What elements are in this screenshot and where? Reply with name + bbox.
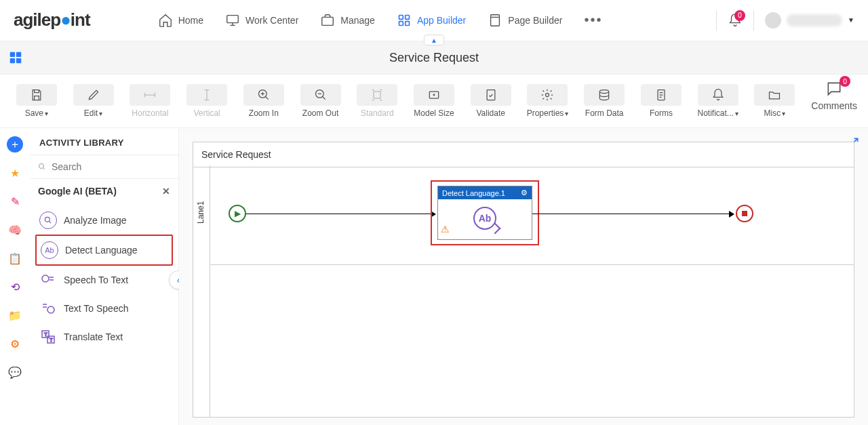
svg-text:T: T (50, 337, 53, 343)
user-menu[interactable]: ▼ (765, 12, 854, 28)
horizontal-icon (130, 84, 170, 106)
edit-button[interactable]: Edit▾ (68, 80, 119, 122)
comments-button[interactable]: 0 Comments (811, 80, 857, 111)
gear-icon (527, 84, 568, 106)
end-node[interactable] (736, 205, 753, 222)
bell-outline-icon (698, 84, 738, 106)
properties-button[interactable]: Properties▾ (522, 80, 574, 122)
validate-icon (471, 84, 511, 106)
edit-rail-icon[interactable]: ✎ (7, 193, 23, 209)
activity-detect-language[interactable]: Ab Detect Language (35, 235, 173, 266)
lane-divider-h (210, 264, 854, 265)
vertical-button[interactable]: Vertical (181, 80, 233, 122)
divider (716, 10, 717, 31)
notifications-button[interactable]: Notificat...▾ (692, 80, 744, 122)
speech-to-text-icon (39, 271, 57, 289)
apps-icon (397, 13, 412, 28)
comments-badge: 0 (840, 76, 850, 87)
flow-connector (532, 214, 733, 214)
activity-speech-to-text[interactable]: Speech To Text (35, 266, 173, 294)
forms-icon (641, 84, 682, 106)
nav-more[interactable]: ••• (584, 12, 602, 28)
toolbar: Save▾ Edit▾ Horizontal Vertical Zoom In … (0, 75, 868, 128)
save-button[interactable]: Save▾ (11, 80, 62, 122)
detect-language-node[interactable]: Detect Language.1 ⚙ ⚠ Ab (437, 186, 532, 240)
translate-icon: TT (39, 328, 57, 346)
lane-divider-v (210, 165, 210, 417)
nav-manage[interactable]: Manage (320, 13, 375, 28)
start-node[interactable]: ▶ (229, 205, 246, 222)
search-row (30, 155, 178, 179)
divider (753, 10, 754, 31)
zoom-in-icon (243, 84, 284, 106)
connector-icon[interactable]: ⚙ (7, 336, 23, 352)
clipboard-icon[interactable]: 📋 (7, 250, 23, 266)
validate-button[interactable]: Validate (465, 80, 517, 122)
vertical-icon (186, 84, 227, 106)
form-data-button[interactable]: Form Data (578, 80, 630, 122)
activity-list: Analyze Image Ab Detect Language Speech … (30, 203, 178, 354)
svg-text:T: T (44, 331, 47, 338)
category-header: Google AI (BETA) ✕ (30, 179, 178, 203)
apps-grid-icon[interactable] (8, 50, 23, 65)
star-icon[interactable]: ★ (7, 165, 23, 181)
gear-small-icon[interactable]: ⚙ (521, 188, 528, 197)
model-size-icon (414, 84, 454, 106)
zoom-in-button[interactable]: Zoom In (238, 80, 290, 122)
process-canvas[interactable]: Service Request Lane1 ▶ Detect Language.… (193, 142, 854, 418)
nav-page-builder-label: Page Builder (508, 15, 562, 26)
activity-library-panel: ACTIVITY LIBRARY Google AI (BETA) ✕ Anal… (30, 128, 179, 425)
nav-work-center[interactable]: Work Center (225, 13, 298, 28)
search-input[interactable] (52, 161, 170, 172)
category-label: Google AI (BETA) (38, 186, 117, 197)
model-size-button[interactable]: Model Size (408, 80, 460, 122)
svg-point-18 (600, 90, 609, 94)
svg-rect-0 (227, 15, 239, 22)
svg-point-22 (42, 275, 49, 282)
analyze-image-icon (39, 211, 57, 229)
close-category[interactable]: ✕ (162, 186, 170, 197)
node-icon: Ab (473, 207, 496, 230)
subheader: ▲ Service Request (0, 41, 868, 75)
folder-rail-icon[interactable]: 📁 (7, 307, 23, 323)
nav-home-label: Home (178, 15, 203, 26)
misc-button[interactable]: Misc▾ (749, 80, 801, 122)
nav-app-builder-label: App Builder (417, 15, 466, 26)
node-header: Detect Language.1 ⚙ (438, 186, 532, 199)
nav-page-builder[interactable]: Page Builder (488, 13, 562, 28)
notifications-bell[interactable]: 0 (728, 13, 743, 28)
arrow-icon (729, 211, 734, 218)
svg-rect-4 (399, 21, 403, 25)
loop-icon[interactable]: ⟲ (7, 279, 23, 295)
activity-analyze-image[interactable]: Analyze Image (35, 206, 173, 235)
collapse-header-btn[interactable]: ▲ (424, 35, 444, 45)
nav-right: 0 ▼ (716, 10, 854, 31)
standard-button[interactable]: Standard (351, 80, 403, 122)
zoom-out-icon (300, 84, 341, 106)
horizontal-button[interactable]: Horizontal (124, 80, 176, 122)
search-icon (38, 161, 46, 173)
edit-icon (73, 84, 114, 106)
activity-text-to-speech[interactable]: Text To Speech (35, 294, 173, 323)
svg-rect-6 (491, 14, 500, 26)
svg-rect-5 (406, 21, 410, 25)
left-rail: ＋ ★ ✎ 🧠 📋 ⟲ 📁 ⚙ 💬 (0, 128, 30, 425)
svg-rect-10 (16, 58, 21, 63)
zoom-out-button[interactable]: Zoom Out (295, 80, 347, 122)
nav-app-builder[interactable]: App Builder (397, 13, 466, 28)
home-icon (158, 13, 173, 28)
svg-point-20 (39, 164, 44, 169)
svg-rect-7 (10, 52, 15, 57)
canvas-title: Service Request (193, 142, 854, 167)
folder-icon (754, 84, 795, 106)
add-button[interactable]: ＋ (7, 136, 23, 153)
forms-button[interactable]: Forms (635, 80, 687, 122)
activity-translate-text[interactable]: TT Translate Text (35, 323, 173, 351)
nav-work-center-label: Work Center (245, 15, 298, 26)
ai-icon[interactable]: 🧠 (7, 222, 23, 238)
username-redacted (787, 14, 842, 26)
page-icon (488, 13, 502, 28)
nav-home[interactable]: Home (158, 13, 203, 28)
svg-point-23 (47, 306, 54, 313)
chat-icon[interactable]: 💬 (7, 364, 23, 380)
